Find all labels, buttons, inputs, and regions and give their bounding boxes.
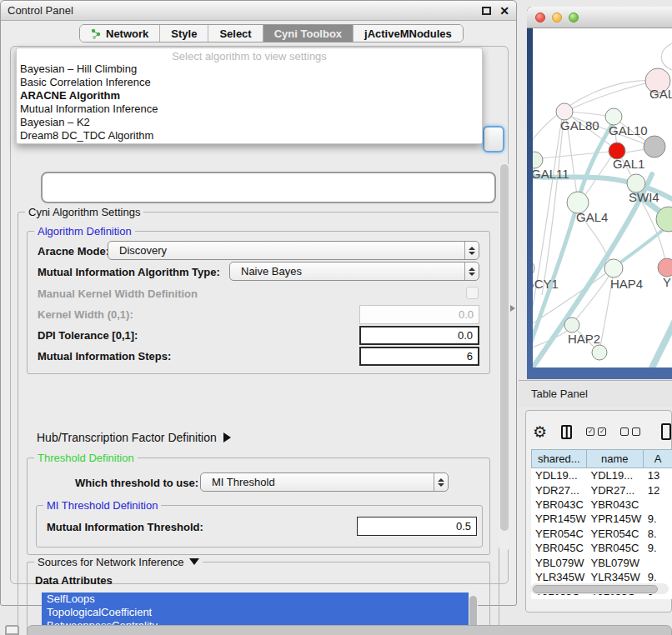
table-cell[interactable]: YER054C [586,527,643,541]
mi-steps-field[interactable]: 6 [359,347,479,366]
table-horizontal-scrollbar[interactable] [530,583,669,594]
table-row[interactable]: YDL19...YDL19...13 [531,468,672,482]
focused-stepper-fragment[interactable] [483,126,504,152]
algorithm-option[interactable]: Bayesian – Hill Climbing [17,62,482,76]
manual-kernel-checkbox[interactable] [466,287,479,299]
table-cell[interactable]: YBR043C [586,498,643,512]
settings-vertical-scrollbar[interactable] [499,162,509,552]
scrollbar-thumb[interactable] [500,164,509,531]
sources-group-title[interactable]: Sources for Network Inference [34,556,203,568]
column-header-cut[interactable]: A [644,449,672,468]
network-node-gcy1[interactable] [533,260,534,277]
minimized-window-icon[interactable] [5,625,19,635]
column-header-name[interactable]: name [587,449,644,468]
table-cell[interactable]: YER054C [531,527,586,541]
zoom-traffic-light-icon[interactable] [569,12,579,22]
network-edge[interactable] [585,153,614,195]
network-node[interactable] [592,345,607,360]
network-node-y[interactable] [658,258,672,277]
table-cell[interactable]: 9. [644,512,672,526]
table-cell[interactable]: YPR145W [586,512,643,526]
column-header-shared-name[interactable]: shared... [531,449,587,468]
minimize-traffic-light-icon[interactable] [552,12,562,22]
table-cell[interactable]: 9. [644,541,672,555]
table-cell[interactable] [644,555,672,569]
table-row[interactable]: YPR145WYPR145W9. [531,512,672,526]
mi-threshold-field[interactable]: 0.5 [357,517,477,536]
table-row[interactable]: YDR27...YDR27...12 [531,482,672,497]
columns-icon[interactable] [561,425,572,439]
control-panel-titlebar[interactable]: Control Panel ✕ [1,1,516,21]
network-node-label: GAL10 [609,123,648,138]
which-threshold-value: MI Threshold [212,476,434,488]
which-threshold-combo[interactable]: MI Threshold [200,472,449,492]
table-cell[interactable]: 8. [644,527,672,541]
bottom-panel-edge[interactable] [27,625,672,635]
table-cell[interactable]: YBR043C [531,498,586,512]
algorithm-option[interactable]: Basic Correlation Inference [17,76,482,89]
tab-cyni-toolbox[interactable]: Cyni Toolbox [263,25,354,42]
table-cell[interactable]: YBR045C [531,541,586,555]
network-edge[interactable] [540,152,610,158]
attribute-item-selected[interactable]: TopologicalCoefficient [42,606,469,619]
network-edge-thick[interactable] [650,320,672,368]
algorithm-option[interactable]: Dream8 DC_TDC Algorithm [17,129,482,142]
dpi-tolerance-field[interactable]: 0.0 [359,326,479,345]
table-row[interactable]: YLR345WYLR345W9. [531,570,672,584]
algorithm-option[interactable]: Bayesian – K2 [17,116,482,129]
table-cell[interactable] [644,498,672,512]
network-window-titlebar[interactable] [527,7,672,28]
table-row[interactable]: YBR045CYBR045C9. [531,541,672,555]
close-icon[interactable]: ✕ [499,7,509,15]
kernel-width-value: 0.0 [459,308,474,321]
table-row[interactable]: YER054CYER054C8. [531,527,672,541]
aracne-mode-combo[interactable]: Discovery [108,241,479,260]
table-cell[interactable]: YLR345W [586,570,643,584]
new-table-icon[interactable] [661,423,671,440]
table-cell[interactable]: YPR145W [531,512,586,526]
hub-definition-expander[interactable]: Hub/Transcription Factor Definition [37,431,231,444]
network-node-gal80[interactable] [556,103,573,120]
aracne-mode-label: Aracne Mode: [38,245,109,258]
gear-icon[interactable]: ⚙ [533,424,547,440]
table-cell[interactable]: YDR27... [586,482,643,497]
network-node-gal11[interactable] [533,152,543,168]
algorithm-option[interactable]: Mutual Information Inference [17,102,482,116]
network-canvas[interactable]: GALGAL80GAL10GAL1GAL11SWI4GAL4GCY1HAP4YH… [533,28,672,368]
network-graph[interactable]: GALGAL80GAL10GAL1GAL11SWI4GAL4GCY1HAP4YH… [533,28,672,368]
combo-stepper-icon [464,262,479,280]
deselect-all-checks-icon[interactable] [620,428,640,436]
float-window-icon[interactable] [482,7,491,15]
attribute-item-selected[interactable]: SelfLoops [42,592,469,606]
mi-threshold-label: Mutual Information Threshold: [47,521,203,533]
network-edge[interactable] [542,118,564,295]
table-cell[interactable]: YLR345W [531,570,586,584]
algorithm-option[interactable]: ARACNE Algorithm [17,89,482,102]
table-row[interactable]: YBR043CYBR043C [531,498,672,512]
close-traffic-light-icon[interactable] [535,12,545,22]
table-row[interactable]: YBL079WYBL079W [531,555,672,569]
network-edge[interactable] [661,43,672,70]
table-cell[interactable]: YBR045C [586,541,643,555]
table-cell[interactable]: YDL19... [531,468,586,482]
network-node[interactable] [644,136,665,158]
network-edge[interactable] [533,81,658,153]
select-all-checks-icon[interactable]: ✓✓ [586,428,606,436]
table-cell[interactable]: 13 [644,468,672,482]
tab-select[interactable]: Select [208,25,263,42]
table-cell[interactable]: YDR27... [531,482,586,497]
table-cell[interactable]: 9. [644,570,672,584]
table-cell[interactable]: 12 [644,482,672,497]
table-cell[interactable]: YBL079W [531,555,586,569]
table-cell[interactable]: YDL19... [586,468,643,482]
panel-resize-handle-icon[interactable] [510,305,515,312]
tab-network[interactable]: Network [80,25,160,42]
network-node-hap2[interactable] [564,318,579,332]
scrollbar-thumb[interactable] [533,585,658,593]
network-node-gal10[interactable] [605,108,622,125]
network-node-hap4[interactable] [604,259,623,278]
table-cell[interactable]: YBL079W [586,555,643,569]
tab-style[interactable]: Style [160,25,208,42]
mi-type-combo[interactable]: Naive Bayes [229,262,479,281]
tab-jactivemnodules[interactable]: jActiveMNodules [354,25,463,42]
